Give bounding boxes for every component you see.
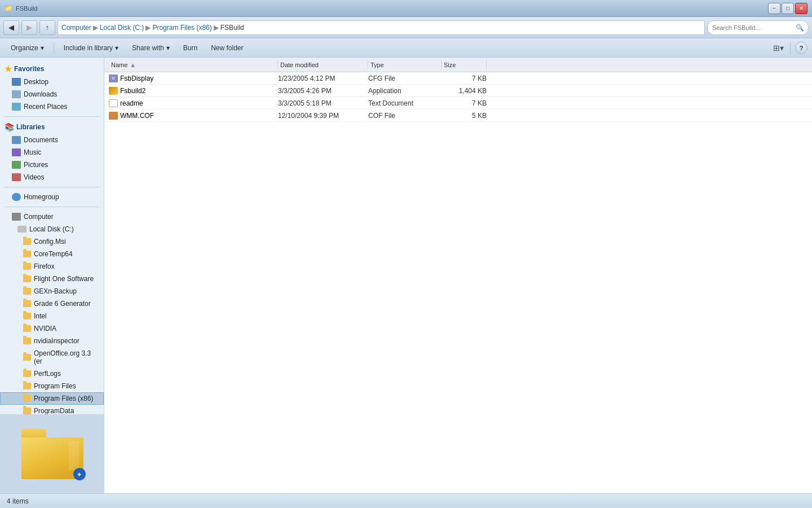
sidebar-item-config-msi[interactable]: Config.Msi [0, 235, 104, 248]
sidebar-item-music[interactable]: Music [0, 146, 104, 159]
organize-button[interactable]: Organize ▾ [5, 41, 50, 55]
view-toggle-button[interactable]: ⊞▾ [771, 41, 785, 55]
title-bar-controls: − □ ✕ [768, 3, 807, 14]
sidebar-item-downloads[interactable]: Downloads [0, 88, 104, 100]
music-icon [12, 148, 21, 156]
cof-file-icon [109, 112, 118, 120]
folder-config-icon [23, 238, 31, 245]
col-header-type[interactable]: Type [368, 60, 442, 69]
sidebar-item-program-files[interactable]: Program Files [0, 380, 104, 392]
help-button[interactable]: ? [795, 42, 807, 54]
sidebar-item-program-files-x86[interactable]: Program Files (x86) [0, 392, 104, 405]
sidebar-item-desktop[interactable]: Desktop [0, 76, 104, 88]
item-count: 4 items [7, 497, 29, 505]
file-type-fsbuild2: Application [368, 87, 442, 95]
sidebar-item-pictures[interactable]: Pictures [0, 159, 104, 171]
exe-file-icon [109, 87, 118, 95]
libraries-header[interactable]: 📚 Libraries [0, 120, 104, 134]
folder-programdata-icon [23, 408, 31, 414]
libraries-icon: 📚 [5, 122, 14, 132]
address-bar: ◀ ▶ ↑ Computer ▶ Local Disk (C:) ▶ Progr… [0, 17, 812, 38]
breadcrumb-computer[interactable]: Computer [61, 24, 91, 32]
desktop-icon [12, 78, 21, 86]
sidebar-item-recent-places[interactable]: Recent Places [0, 100, 104, 113]
downloads-icon [12, 90, 21, 98]
sidebar-divider-2 [5, 187, 99, 187]
new-folder-button[interactable]: New folder [205, 41, 249, 55]
recent-places-icon [12, 103, 21, 111]
burn-button[interactable]: Burn [177, 41, 204, 55]
folder-badge: + [73, 468, 86, 480]
toolbar-right: ⊞▾ ? [771, 41, 807, 55]
sidebar-item-firefox[interactable]: Firefox [0, 260, 104, 273]
computer-icon [12, 213, 21, 221]
status-bar: 4 items [0, 493, 812, 508]
table-row[interactable]: ⚙ FsbDisplay 1/23/2005 4:12 PM CFG File … [104, 72, 812, 85]
share-with-button[interactable]: Share with ▾ [126, 41, 176, 55]
file-type-wmmcof: COF File [368, 112, 442, 120]
file-date-wmmcof: 12/10/2004 9:39 PM [278, 112, 368, 120]
sidebar-item-coretemp64[interactable]: CoreTemp64 [0, 248, 104, 260]
folder-programfilesx86-icon [23, 395, 31, 402]
sidebar-item-intel[interactable]: Intel [0, 310, 104, 322]
file-date-readme: 3/3/2005 5:18 PM [278, 99, 368, 107]
sidebar-item-openoffice[interactable]: OpenOffice.org 3.3 (er [0, 347, 104, 367]
maximize-button[interactable]: □ [782, 3, 794, 14]
sidebar-item-local-disk[interactable]: Local Disk (C:) [0, 223, 104, 235]
forward-button[interactable]: ▶ [21, 20, 37, 35]
pictures-icon [12, 161, 21, 169]
file-list-header: Name ▲ Date modified Type Size [104, 58, 812, 72]
table-row[interactable]: Fsbuild2 3/3/2005 4:26 PM Application 1,… [104, 85, 812, 97]
homegroup-icon [12, 193, 21, 201]
col-header-name[interactable]: Name ▲ [109, 60, 278, 69]
sidebar-divider-3 [5, 207, 99, 207]
search-input[interactable] [707, 20, 809, 35]
share-chevron-icon: ▾ [166, 44, 170, 52]
toolbar-separator-1 [54, 42, 54, 54]
col-header-size[interactable]: Size [442, 60, 487, 69]
file-size-wmmcof: 5 KB [442, 112, 487, 120]
folder-tab [21, 428, 46, 437]
drive-icon [17, 226, 27, 233]
folder-perflogs-icon [23, 370, 31, 377]
back-button[interactable]: ◀ [3, 20, 19, 35]
folder-coretemp-icon [23, 251, 31, 257]
breadcrumb-local-disk[interactable]: Local Disk (C:) [100, 24, 144, 32]
include-library-button[interactable]: Include in library ▾ [58, 41, 125, 55]
file-date-fsbuild2: 3/3/2005 4:26 PM [278, 87, 368, 95]
sidebar-item-gexn-backup[interactable]: GEXn-Backup [0, 285, 104, 297]
main-container: ★ Favorites Desktop Downloads Recent Pla… [0, 58, 812, 493]
big-folder: + [21, 428, 83, 479]
title-bar-title: FSBuild [16, 5, 38, 12]
table-row[interactable]: readme 3/3/2005 5:18 PM Text Document 7 … [104, 97, 812, 110]
favorites-section: ★ Favorites Desktop Downloads Recent Pla… [0, 62, 104, 113]
toolbar: Organize ▾ Include in library ▾ Share wi… [0, 38, 812, 58]
cfg-file-icon: ⚙ [109, 75, 118, 82]
file-name-fsbuild2: Fsbuild2 [109, 87, 278, 95]
sidebar-item-homegroup[interactable]: Homegroup [0, 191, 104, 203]
sidebar-item-computer[interactable]: Computer [0, 211, 104, 223]
favorites-header[interactable]: ★ Favorites [0, 62, 104, 76]
sidebar-item-documents[interactable]: Documents [0, 134, 104, 146]
col-header-date[interactable]: Date modified [278, 60, 368, 69]
folder-nvidiainspector-icon [23, 338, 31, 344]
sidebar-item-nvidiainspector[interactable]: nvidiaInspector [0, 335, 104, 347]
file-name-fsbdisplay: ⚙ FsbDisplay [109, 75, 278, 82]
sidebar-item-flight-one[interactable]: Flight One Software [0, 273, 104, 285]
file-type-fsbdisplay: CFG File [368, 75, 442, 82]
include-chevron-icon: ▾ [115, 44, 118, 52]
sidebar-item-videos[interactable]: Videos [0, 171, 104, 183]
up-button[interactable]: ↑ [39, 20, 55, 35]
minimize-button[interactable]: − [768, 3, 780, 14]
libraries-section: 📚 Libraries Documents Music Pictures Vid… [0, 120, 104, 183]
breadcrumb-program-files[interactable]: Program Files (x86) [152, 24, 211, 32]
sidebar-item-grade6[interactable]: Grade 6 Generator [0, 297, 104, 310]
table-row[interactable]: WMM.COF 12/10/2004 9:39 PM COF File 5 KB [104, 110, 812, 122]
folder-openoffice-icon [23, 354, 31, 361]
folder-nvidia-icon [23, 325, 31, 332]
sidebar-item-nvidia[interactable]: NVIDIA [0, 322, 104, 335]
file-size-fsbdisplay: 7 KB [442, 75, 487, 82]
sidebar-item-perflogs[interactable]: PerfLogs [0, 367, 104, 380]
folder-intel-icon [23, 313, 31, 319]
close-button[interactable]: ✕ [795, 3, 807, 14]
